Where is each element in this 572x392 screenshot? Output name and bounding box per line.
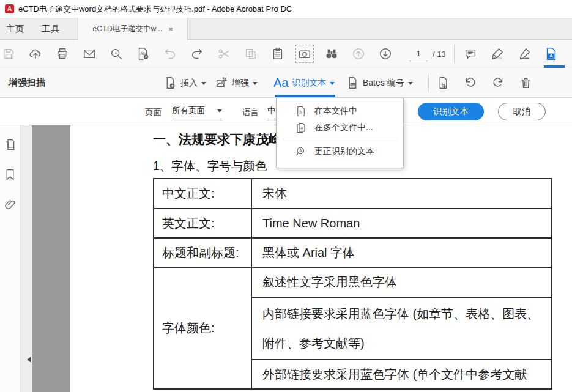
table-cell-value: 黑体或 Arial 字体 xyxy=(251,238,552,267)
recognize-text-label: 识别文本 xyxy=(292,78,326,89)
enhance-menu-button[interactable]: 增强 xyxy=(215,68,258,97)
menu-item-label: 更正识别的文本 xyxy=(314,146,374,157)
table-cell-value: 内部链接要求采用蓝色字体 (如章节、表格、图表、附件、参考文献等) xyxy=(251,297,552,360)
table-cell-label: 英文正文: xyxy=(154,209,251,238)
tab-document-label: eCTD电子递交中w... xyxy=(92,24,162,34)
crop-page-button[interactable] xyxy=(437,68,450,97)
menu-item-label: 在本文件中 xyxy=(314,106,357,117)
copy-page-icon[interactable] xyxy=(244,47,258,61)
table-cell-label: 字体颜色: xyxy=(154,267,251,389)
rotate-counterclockwise-button[interactable] xyxy=(464,68,477,97)
chevron-down-icon xyxy=(408,82,413,87)
active-tool-icon[interactable]: A xyxy=(544,47,558,61)
binoculars-icon[interactable] xyxy=(325,47,338,61)
redo-icon[interactable] xyxy=(190,47,204,61)
document-heading-1: 一、法规要求下康茂峰 xyxy=(153,131,281,148)
tab-document[interactable]: eCTD电子递交中w... × xyxy=(78,18,188,40)
recognize-active-underline xyxy=(275,95,335,97)
cut-icon[interactable] xyxy=(217,47,231,61)
ocr-check-icon[interactable]: Ab xyxy=(136,47,150,61)
tab-bar: 主页 工具 eCTD电子递交中w... × xyxy=(0,18,572,40)
table-row: 中文正文: 宋体 xyxy=(154,179,552,209)
rotate-ccw-icon xyxy=(464,76,477,89)
previous-page-icon[interactable] xyxy=(352,47,365,61)
tab-tools[interactable]: 工具 xyxy=(42,18,59,40)
bates-number-icon: 012 xyxy=(346,76,359,89)
font-requirements-table: 中文正文: 宋体 英文正文: Time New Roman 标题和副标题: 黑体… xyxy=(153,178,552,390)
chevron-down-icon xyxy=(330,82,335,87)
sign-icon[interactable] xyxy=(518,47,531,61)
page-number-input[interactable] xyxy=(409,47,428,61)
menu-item-in-multiple-files[interactable]: A 在多个文件中... xyxy=(277,119,403,136)
menu-item-correct-recognized-text[interactable]: A 更正识别的文本 xyxy=(277,143,403,160)
email-icon[interactable] xyxy=(83,47,96,61)
share-cloud-icon[interactable] xyxy=(29,47,42,61)
pages-select[interactable]: 所有页面 xyxy=(172,105,222,119)
table-cell-value: Time New Roman xyxy=(251,209,552,238)
chevron-down-icon xyxy=(217,109,222,115)
recognize-text-menu-button[interactable]: Aa 识别文本 xyxy=(273,68,335,97)
toolbar-divider xyxy=(428,75,429,92)
delete-pages-button[interactable] xyxy=(519,68,532,97)
rotate-cw-icon xyxy=(492,76,505,89)
collapse-panel-icon[interactable] xyxy=(24,357,31,363)
document-heading-2: 1、字体、字号与颜色 xyxy=(153,158,267,174)
chevron-down-icon xyxy=(201,82,206,87)
comment-icon[interactable] xyxy=(464,47,477,61)
svg-text:012: 012 xyxy=(351,83,356,86)
navigation-sidebar xyxy=(0,125,20,392)
chevron-down-icon xyxy=(253,82,258,87)
recognize-text-dropdown-menu: A 在本文件中 A 在多个文件中... A 更正识别的文本 xyxy=(276,98,404,168)
magnifier-a-icon: A xyxy=(295,146,306,157)
page-thumbnails-icon[interactable] xyxy=(4,138,17,151)
svg-text:A: A xyxy=(300,126,303,130)
recognize-text-button[interactable]: 识别文本 xyxy=(418,103,484,120)
bates-number-menu-button[interactable]: 012 Bates 编号 xyxy=(346,68,413,97)
active-tool-underline xyxy=(544,65,565,68)
title-bar: A eCTD电子递交中word文档的格式要求与处理技巧.pdf - Adobe … xyxy=(0,0,572,18)
bookmarks-icon[interactable] xyxy=(4,168,17,181)
trash-icon xyxy=(519,76,532,89)
insert-label: 插入 xyxy=(180,78,198,89)
svg-text:A: A xyxy=(299,149,302,153)
enhance-label: 增强 xyxy=(232,78,249,89)
crop-page-icon xyxy=(437,76,450,89)
pages-select-value: 所有页面 xyxy=(172,105,205,116)
main-toolbar: Ab / 13 A xyxy=(0,40,572,68)
highlight-icon[interactable] xyxy=(491,47,504,61)
undo-icon[interactable] xyxy=(163,47,177,61)
menu-divider xyxy=(283,139,397,139)
toolbar-divider xyxy=(454,45,455,62)
tab-home[interactable]: 主页 xyxy=(6,18,24,40)
doc-a-icon: A xyxy=(295,106,306,117)
menu-item-label: 在多个文件中... xyxy=(314,122,373,133)
table-row: 英文正文: Time New Roman xyxy=(154,209,552,238)
svg-text:A: A xyxy=(549,53,553,59)
table-row: 字体颜色: 叙述性文字采用黑色字体 xyxy=(154,267,552,297)
save-icon[interactable] xyxy=(2,47,15,61)
recognize-text-icon: Aa xyxy=(273,76,288,90)
table-cell-value: 宋体 xyxy=(251,179,552,209)
page-number-group: / 13 xyxy=(409,47,446,61)
cancel-button[interactable]: 取消 xyxy=(498,103,546,120)
enhance-image-icon xyxy=(215,76,228,89)
insert-menu-button[interactable]: 插入 xyxy=(164,68,206,97)
snapshot-icon[interactable] xyxy=(295,45,314,63)
svg-text:A: A xyxy=(299,109,302,114)
window-title: eCTD电子递交中word文档的格式要求与处理技巧.pdf - Adobe Ac… xyxy=(18,4,292,15)
rotate-clockwise-button[interactable] xyxy=(492,68,505,97)
next-page-icon[interactable] xyxy=(379,47,392,61)
print-icon[interactable] xyxy=(56,47,69,61)
insert-page-icon xyxy=(164,76,177,89)
document-canvas-background xyxy=(32,125,70,392)
multi-doc-a-icon: A xyxy=(295,122,306,133)
table-cell-label: 标题和副标题: xyxy=(154,238,251,267)
clipboard-icon[interactable] xyxy=(271,47,284,61)
menu-item-in-this-file[interactable]: A 在本文件中 xyxy=(277,103,403,119)
panel-splitter[interactable] xyxy=(20,125,32,392)
search-icon[interactable] xyxy=(110,47,123,61)
table-cell-value: 叙述性文字采用黑色字体 xyxy=(251,267,552,297)
close-tab-icon[interactable]: × xyxy=(168,25,173,33)
attachments-icon[interactable] xyxy=(4,198,17,211)
acrobat-logo-icon: A xyxy=(5,4,14,13)
